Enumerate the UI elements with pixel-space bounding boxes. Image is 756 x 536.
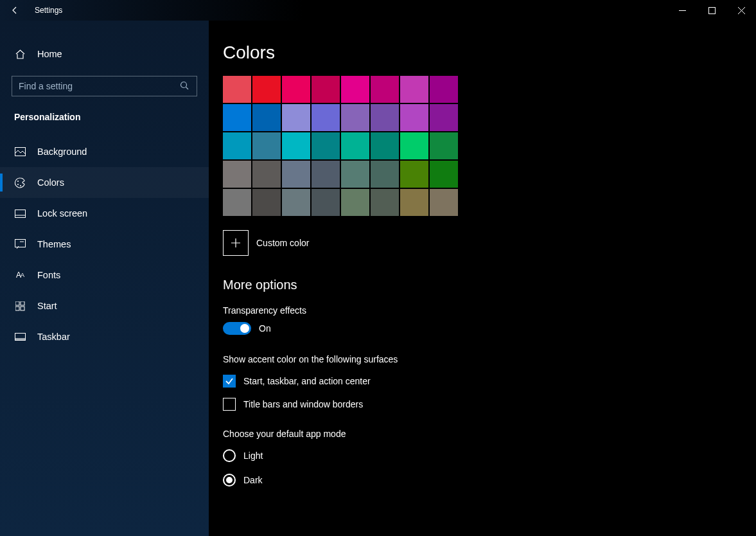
checkbox-label: Title bars and window borders [243, 399, 363, 409]
app-mode-label: Choose your default app mode [223, 429, 756, 439]
picture-icon [14, 146, 26, 157]
sidebar-item-fonts[interactable]: AA Fonts [0, 260, 209, 290]
color-swatch[interactable] [371, 189, 399, 216]
taskbar-icon [14, 331, 26, 343]
color-swatch[interactable] [341, 76, 369, 103]
content-pane: Colors Custom color More options Transpa… [209, 21, 756, 536]
checkbox-start-taskbar[interactable] [223, 375, 236, 388]
color-swatch[interactable] [400, 189, 428, 216]
fonts-icon: AA [14, 269, 26, 281]
sidebar-item-start[interactable]: Start [0, 290, 209, 321]
color-swatch[interactable] [282, 132, 310, 159]
sidebar-item-label: Themes [37, 239, 71, 249]
color-swatch[interactable] [223, 132, 251, 159]
color-swatch[interactable] [252, 161, 281, 188]
radio-dark[interactable] [223, 474, 236, 487]
svg-rect-6 [15, 210, 25, 217]
color-swatch[interactable] [371, 132, 399, 159]
color-swatch[interactable] [312, 161, 340, 188]
color-swatch[interactable] [430, 104, 458, 131]
color-swatch[interactable] [400, 161, 428, 188]
color-swatch[interactable] [341, 104, 369, 131]
svg-rect-8 [15, 240, 25, 247]
minimize-icon [679, 7, 686, 14]
color-swatch[interactable] [400, 76, 428, 103]
color-swatch[interactable] [400, 104, 428, 131]
themes-icon [14, 238, 26, 250]
start-icon [14, 300, 26, 312]
close-button[interactable] [726, 0, 756, 21]
color-swatch[interactable] [223, 104, 251, 131]
sidebar-item-lockscreen[interactable]: Lock screen [0, 198, 209, 229]
checkbox-titlebars[interactable] [223, 398, 236, 411]
search-icon [180, 81, 189, 93]
color-swatch[interactable] [282, 161, 310, 188]
color-swatch[interactable] [282, 76, 310, 103]
color-swatch[interactable] [312, 132, 340, 159]
home-link[interactable]: Home [0, 39, 209, 69]
custom-color-button[interactable]: Custom color [223, 230, 756, 256]
transparency-toggle[interactable] [223, 322, 251, 335]
color-swatch[interactable] [223, 161, 251, 188]
radio-light[interactable] [223, 449, 236, 462]
color-swatch[interactable] [371, 104, 399, 131]
sidebar-item-label: Fonts [37, 270, 60, 280]
close-icon [738, 7, 745, 14]
transparency-value: On [259, 323, 271, 334]
sidebar-item-label: Taskbar [37, 332, 70, 342]
svg-point-1 [181, 82, 187, 88]
sidebar-item-label: Colors [37, 177, 64, 188]
color-swatch[interactable] [371, 161, 399, 188]
color-palette [223, 76, 756, 216]
sidebar-item-taskbar[interactable]: Taskbar [0, 321, 209, 352]
sidebar-item-background[interactable]: Background [0, 136, 209, 167]
sidebar-item-label: Start [37, 301, 57, 311]
svg-rect-9 [15, 301, 19, 305]
svg-rect-0 [708, 7, 715, 13]
sidebar-item-label: Background [37, 147, 87, 157]
sidebar-item-themes[interactable]: Themes [0, 229, 209, 260]
radio-label: Dark [243, 475, 263, 485]
svg-point-5 [20, 185, 21, 186]
color-swatch[interactable] [282, 104, 310, 131]
color-swatch[interactable] [252, 104, 281, 131]
svg-rect-14 [15, 338, 25, 341]
accent-surfaces-label: Show accent color on the following surfa… [223, 354, 756, 364]
color-swatch[interactable] [371, 76, 399, 103]
transparency-label: Transparency effects [223, 305, 756, 316]
check-icon [225, 377, 234, 386]
maximize-button[interactable] [697, 0, 726, 21]
more-options-header: More options [223, 278, 756, 292]
color-swatch[interactable] [252, 189, 281, 216]
checkbox-label: Start, taskbar, and action center [243, 376, 371, 386]
color-swatch[interactable] [223, 189, 251, 216]
color-swatch[interactable] [282, 189, 310, 216]
svg-point-4 [17, 184, 19, 185]
svg-rect-11 [15, 307, 19, 310]
lockscreen-icon [14, 208, 26, 219]
color-swatch[interactable] [341, 161, 369, 188]
color-swatch[interactable] [312, 104, 340, 131]
home-label: Home [37, 49, 62, 59]
color-swatch[interactable] [252, 76, 281, 103]
search-input[interactable] [12, 76, 197, 96]
color-swatch[interactable] [252, 132, 281, 159]
back-button[interactable] [0, 0, 30, 21]
color-swatch[interactable] [400, 132, 428, 159]
sidebar-item-label: Lock screen [37, 208, 87, 219]
minimize-button[interactable] [667, 0, 697, 21]
svg-point-3 [17, 181, 19, 182]
color-swatch[interactable] [223, 76, 251, 103]
color-swatch[interactable] [430, 189, 458, 216]
sidebar-item-colors[interactable]: Colors [0, 167, 209, 198]
color-swatch[interactable] [341, 189, 369, 216]
category-header: Personalization [0, 108, 209, 136]
sidebar: Home Personalization Background Colors [0, 21, 209, 536]
color-swatch[interactable] [430, 161, 458, 188]
color-swatch[interactable] [312, 189, 340, 216]
color-swatch[interactable] [430, 132, 458, 159]
color-swatch[interactable] [430, 76, 458, 103]
color-swatch[interactable] [312, 76, 340, 103]
color-swatch[interactable] [341, 132, 369, 159]
maximize-icon [708, 7, 716, 14]
